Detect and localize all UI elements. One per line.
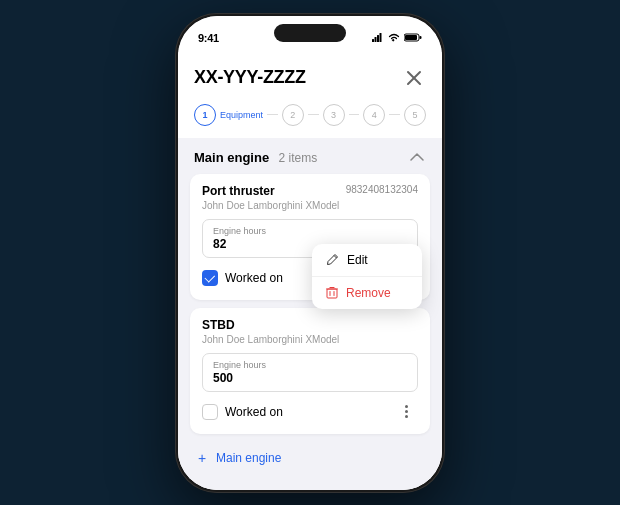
close-icon xyxy=(406,70,422,86)
status-icons xyxy=(372,33,422,42)
step-2[interactable]: 2 xyxy=(282,104,304,126)
chevron-up-icon xyxy=(410,153,424,161)
modal-header: XX-YYY-ZZZZ xyxy=(178,52,442,100)
step-1[interactable]: 1 Equipment xyxy=(194,104,263,126)
signal-icon xyxy=(372,33,384,42)
section-title: Main engine xyxy=(194,150,269,165)
dynamic-island xyxy=(274,24,346,42)
step-5-circle: 5 xyxy=(404,104,426,126)
svg-rect-10 xyxy=(327,289,337,298)
equip-header-row-1: Port thruster 9832408132304 xyxy=(202,184,418,198)
step-4-circle: 4 xyxy=(363,104,385,126)
worked-on-label-1: Worked on xyxy=(225,271,283,285)
equip-name-2: STBD xyxy=(202,318,235,332)
add-main-engine-row[interactable]: + Main engine xyxy=(178,442,442,474)
add-icon: + xyxy=(194,450,210,466)
wifi-icon xyxy=(388,33,400,42)
trash-icon xyxy=(326,286,338,299)
section-header: Main engine 2 items xyxy=(178,138,442,174)
equip-sub-1: John Doe Lamborghini XModel xyxy=(202,200,418,211)
equipment-card-1: Port thruster 9832408132304 John Doe Lam… xyxy=(190,174,430,300)
status-time: 9:41 xyxy=(198,32,219,44)
context-menu-edit[interactable]: Edit xyxy=(312,244,422,277)
step-connector-3 xyxy=(349,114,360,115)
step-3[interactable]: 3 xyxy=(323,104,345,126)
step-1-label: Equipment xyxy=(220,110,263,120)
step-4[interactable]: 4 xyxy=(363,104,385,126)
svg-rect-5 xyxy=(420,36,422,39)
step-2-circle: 2 xyxy=(282,104,304,126)
section-count: 2 items xyxy=(279,151,318,165)
step-5[interactable]: 5 xyxy=(404,104,426,126)
collapse-button[interactable] xyxy=(408,148,426,166)
equip-serial-1: 9832408132304 xyxy=(346,184,418,195)
more-options-button-2[interactable] xyxy=(394,400,418,424)
edit-icon xyxy=(326,253,339,266)
worked-on-row-2: Worked on xyxy=(202,400,418,424)
equipment-card-2: STBD John Doe Lamborghini XModel Engine … xyxy=(190,308,430,434)
engine-hours-label-2: Engine hours xyxy=(213,360,407,370)
edit-label: Edit xyxy=(347,253,368,267)
steps-row: 1 Equipment 2 3 4 5 xyxy=(178,100,442,138)
add-main-engine-label: Main engine xyxy=(216,451,281,465)
equip-header-row-2: STBD xyxy=(202,318,418,332)
step-1-circle: 1 xyxy=(194,104,216,126)
worked-on-checkbox-1[interactable] xyxy=(202,270,218,286)
context-menu-remove[interactable]: Remove xyxy=(312,277,422,309)
svg-rect-3 xyxy=(380,33,382,42)
modal-title: XX-YYY-ZZZZ xyxy=(194,67,306,88)
content-area: Main engine 2 items Port thruster 983240… xyxy=(178,138,442,490)
step-connector-1 xyxy=(267,114,278,115)
equip-name-1: Port thruster xyxy=(202,184,275,198)
remove-label: Remove xyxy=(346,286,391,300)
worked-on-checkbox-2[interactable] xyxy=(202,404,218,420)
equip-sub-2: John Doe Lamborghini XModel xyxy=(202,334,418,345)
svg-rect-1 xyxy=(375,37,377,42)
context-menu: Edit Remove xyxy=(312,244,422,309)
svg-rect-0 xyxy=(372,39,374,42)
phone-frame: 9:41 xyxy=(175,13,445,493)
close-button[interactable] xyxy=(402,66,426,90)
step-connector-4 xyxy=(389,114,400,115)
step-connector-2 xyxy=(308,114,319,115)
engine-hours-box-2: Engine hours 500 xyxy=(202,353,418,392)
svg-rect-2 xyxy=(377,35,379,42)
status-bar: 9:41 xyxy=(178,16,442,52)
engine-hours-label-1: Engine hours xyxy=(213,226,407,236)
engine-hours-value-2: 500 xyxy=(213,371,407,385)
svg-rect-6 xyxy=(405,35,417,40)
step-3-circle: 3 xyxy=(323,104,345,126)
worked-on-label-2: Worked on xyxy=(225,405,283,419)
battery-icon xyxy=(404,33,422,42)
phone-screen: 9:41 xyxy=(178,16,442,490)
modal-sheet: XX-YYY-ZZZZ 1 Equipment 2 xyxy=(178,52,442,490)
